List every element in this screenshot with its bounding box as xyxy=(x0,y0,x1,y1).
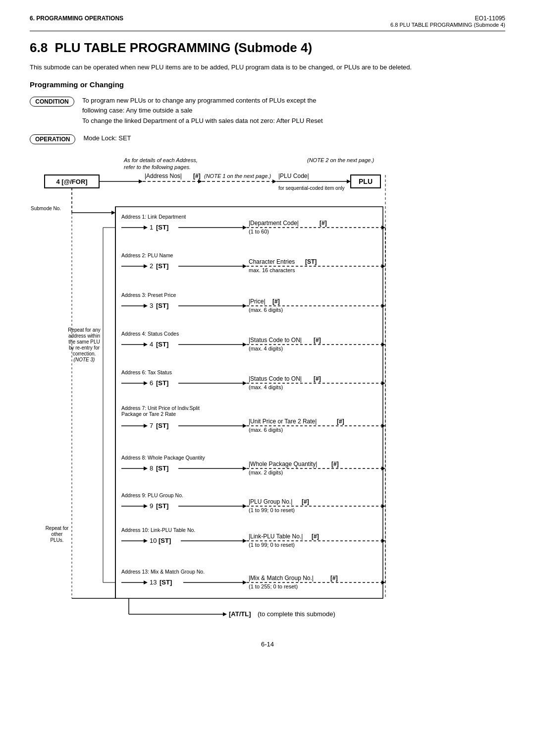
svg-marker-165 xyxy=(223,612,227,616)
svg-text:correction.: correction. xyxy=(73,351,96,356)
svg-text:max. 16 characters: max. 16 characters xyxy=(249,267,295,273)
svg-marker-37 xyxy=(144,226,148,230)
svg-text:6: 6 xyxy=(150,379,153,387)
svg-text:(max. 4 digits): (max. 4 digits) xyxy=(249,346,283,351)
svg-text:13: 13 xyxy=(150,579,157,586)
svg-marker-157 xyxy=(381,581,385,584)
svg-text:[ST]: [ST] xyxy=(156,379,168,387)
svg-text:Address 2:  PLU Name: Address 2: PLU Name xyxy=(121,252,173,258)
intro-text: This submode can be operated when new PL… xyxy=(30,62,505,72)
svg-marker-145 xyxy=(381,539,385,543)
svg-marker-148 xyxy=(144,581,148,584)
svg-marker-84 xyxy=(381,343,385,347)
svg-text:[#]: [#] xyxy=(314,375,321,382)
svg-text:Character Entries: Character Entries xyxy=(249,258,295,265)
svg-text:[#]: [#] xyxy=(312,533,319,540)
svg-marker-100 xyxy=(144,424,148,428)
svg-marker-16 xyxy=(347,179,351,183)
svg-marker-67 xyxy=(243,304,247,308)
svg-text:(NOTE 2 on the next page.): (NOTE 2 on the next page.) xyxy=(307,157,374,163)
svg-text:|PLU Code|: |PLU Code| xyxy=(278,173,309,179)
svg-marker-46 xyxy=(381,226,385,230)
svg-text:(max. 6 digits): (max. 6 digits) xyxy=(249,307,283,313)
svg-text:|Link-PLU Table No.|: |Link-PLU Table No.| xyxy=(249,533,303,540)
svg-text:[ST]: [ST] xyxy=(156,465,168,472)
svg-text:[ST]: [ST] xyxy=(156,422,168,429)
svg-marker-12 xyxy=(272,179,276,183)
svg-text:4: 4 xyxy=(150,341,153,348)
svg-text:[#]: [#] xyxy=(330,575,338,582)
svg-text:8: 8 xyxy=(150,465,153,472)
svg-text:(1 to 99;  0 to reset): (1 to 99; 0 to reset) xyxy=(249,542,295,548)
svg-text:Address 4:  Status Codes: Address 4: Status Codes xyxy=(121,331,179,337)
svg-marker-133 xyxy=(381,504,385,508)
svg-text:|Mix & Match Group No.|: |Mix & Match Group No.| xyxy=(249,575,314,582)
svg-marker-91 xyxy=(243,381,247,385)
svg-text:(max. 2 digits): (max. 2 digits) xyxy=(249,469,283,475)
svg-text:|Unit Price or Tare 2 Rate|: |Unit Price or Tare 2 Rate| xyxy=(249,418,317,425)
svg-marker-109 xyxy=(381,424,385,428)
svg-marker-87 xyxy=(144,381,148,385)
svg-marker-75 xyxy=(144,343,148,347)
svg-text:[#]: [#] xyxy=(272,298,280,305)
svg-text:(max. 4 digits): (max. 4 digits) xyxy=(249,384,283,390)
svg-text:Package or Tare 2 Rate: Package or Tare 2 Rate xyxy=(121,411,176,417)
svg-text:Address 8:  Whole Package Quan: Address 8: Whole Package Quantity xyxy=(121,455,205,461)
svg-text:3: 3 xyxy=(150,302,153,309)
operation-text: Mode Lock: SET xyxy=(83,133,131,144)
svg-text:Address 3:  Preset Price: Address 3: Preset Price xyxy=(121,292,176,298)
condition-text: To program new PLUs or to change any pro… xyxy=(82,96,323,126)
svg-text:7: 7 xyxy=(150,422,153,429)
svg-text:[ST]: [ST] xyxy=(156,502,168,510)
svg-text:[ST]: [ST] xyxy=(159,537,171,544)
svg-marker-23 xyxy=(111,211,115,215)
header-left: 6. PROGRAMMING OPERATIONS xyxy=(30,15,123,22)
svg-text:[#]: [#] xyxy=(320,220,327,227)
svg-text:[#]: [#] xyxy=(193,173,201,179)
svg-text:(to complete this submode): (to complete this submode) xyxy=(258,610,335,618)
svg-marker-136 xyxy=(144,539,148,543)
svg-text:for sequential-coded item only: for sequential-coded item only xyxy=(278,185,344,191)
svg-text:Repeat for: Repeat for xyxy=(46,525,69,531)
svg-text:the same PLU: the same PLU xyxy=(68,339,100,345)
svg-marker-152 xyxy=(243,581,247,584)
svg-text:[ST]: [ST] xyxy=(160,579,172,586)
svg-marker-8 xyxy=(198,179,202,183)
section-title: 6.8 PLU TABLE PROGRAMMING (Submode 4) xyxy=(30,40,505,56)
svg-text:|Price|: |Price| xyxy=(249,298,266,305)
svg-marker-124 xyxy=(144,504,148,508)
header: 6. PROGRAMMING OPERATIONS EO1-11095 6.8 … xyxy=(30,15,505,31)
svg-text:refer to the following pages.: refer to the following pages. xyxy=(124,164,191,170)
svg-text:(1 to 99;  0 to reset): (1 to 99; 0 to reset) xyxy=(249,507,295,513)
svg-marker-72 xyxy=(381,304,385,308)
subsection-title: Programming or Changing xyxy=(30,80,505,89)
svg-marker-6 xyxy=(139,179,143,183)
svg-text:|Status Code to ON|: |Status Code to ON| xyxy=(249,375,302,382)
svg-marker-96 xyxy=(381,381,385,385)
svg-marker-51 xyxy=(144,264,148,268)
svg-text:by re-entry for: by re-entry for xyxy=(69,345,100,350)
svg-text:[ST]: [ST] xyxy=(305,258,317,265)
page-footer: 6-14 xyxy=(30,640,505,648)
svg-marker-104 xyxy=(243,424,247,428)
svg-text:Address 13:  Mix & Match Group: Address 13: Mix & Match Group No. xyxy=(121,569,205,575)
operation-row: OPERATION Mode Lock: SET xyxy=(30,133,505,144)
svg-text:[ST]: [ST] xyxy=(156,302,168,309)
svg-marker-55 xyxy=(243,264,247,268)
svg-marker-79 xyxy=(243,343,247,347)
svg-text:|PLU Group No.|: |PLU Group No.| xyxy=(249,498,292,505)
svg-text:10: 10 xyxy=(150,537,157,544)
svg-marker-63 xyxy=(144,304,148,308)
svg-text:2: 2 xyxy=(150,262,153,270)
diagram-area: As for details of each Address, refer to… xyxy=(30,153,505,626)
svg-text:9: 9 xyxy=(150,502,153,510)
svg-marker-121 xyxy=(381,466,385,470)
svg-text:address within: address within xyxy=(68,333,100,339)
svg-text:Address 9:  PLU Group No.: Address 9: PLU Group No. xyxy=(121,492,183,498)
page: 6. PROGRAMMING OPERATIONS EO1-11095 6.8 … xyxy=(0,0,535,756)
svg-text:(1 to 255;  0 to reset): (1 to 255; 0 to reset) xyxy=(249,583,298,589)
svg-marker-60 xyxy=(381,264,385,268)
svg-text:|Status Code to ON|: |Status Code to ON| xyxy=(249,337,302,344)
svg-text:[#]: [#] xyxy=(314,337,321,344)
svg-text:Submode No.: Submode No. xyxy=(31,206,61,211)
